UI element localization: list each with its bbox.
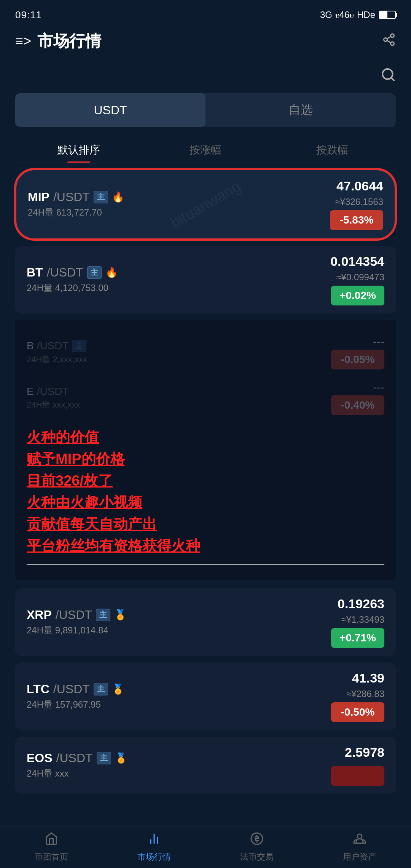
price-ltc: 41.39 (352, 671, 384, 686)
search-area (0, 59, 411, 90)
item-right-mip: 47.0644 ≈¥326.1563 -5.83% (330, 179, 383, 230)
page-title: 市场行情 (37, 30, 101, 52)
price-mip: 47.0644 (336, 179, 383, 193)
price-xrp: 0.19263 (338, 596, 384, 611)
badge-main-ltc: 主 (94, 683, 108, 695)
overlay-line5: 贡献值每天自动产出 (27, 513, 384, 535)
overlay-line2: 赋予MIP的价格 (27, 448, 384, 470)
quote-xrp: /USDT (56, 608, 92, 622)
network-signal: 3G ᵿ46ᵾ HDe (320, 10, 375, 20)
price-eos: 2.5978 (345, 745, 384, 760)
hot-icon-xrp: 🏅 (114, 609, 126, 621)
search-button[interactable] (381, 67, 396, 86)
header-left: ≡> 市场行情 (15, 30, 101, 52)
change-b2: -0.05% (331, 350, 384, 369)
market-item-xrp[interactable]: XRP /USDT 主 🏅 24H量 9,891,014.84 0.19263 … (15, 588, 396, 656)
quote-mip: /USDT (53, 190, 90, 204)
price-bt: 0.014354 (330, 254, 384, 269)
item-left-xrp: XRP /USDT 主 🏅 24H量 9,891,014.84 (27, 608, 331, 636)
nav-assets[interactable]: 用户资产 (308, 826, 411, 868)
pair-bt: BT /USDT 主 🔥 (27, 265, 330, 280)
market-item-bt[interactable]: BT /USDT 主 🔥 24H量 4,120,753.00 0.014354 … (15, 246, 396, 314)
price-cny-bt: ≈¥0.099473 (336, 272, 384, 283)
badge-main-mip: 主 (94, 191, 108, 203)
item-left-mip: MIP /USDT 主 🔥 24H量 613,727.70 (28, 190, 330, 219)
quote-ltc: /USDT (53, 682, 90, 696)
overlay-line4: 火种由火趣小视频 (27, 492, 384, 513)
header: ≡> 市场行情 (0, 27, 411, 59)
nav-fiat[interactable]: 法币交易 (206, 826, 308, 868)
base-bt: BT (27, 265, 43, 280)
status-time: 09:11 (15, 9, 42, 21)
price-cny-mip: ≈¥326.1563 (335, 197, 383, 207)
fiat-icon (250, 832, 264, 849)
hot-icon-bt: 🔥 (105, 267, 118, 278)
blurred-item-e: E /USDT 24H量 xxx,xxx --- -0.40% (27, 377, 384, 419)
change-bt: +0.02% (331, 286, 384, 305)
item-right-bt: 0.014354 ≈¥0.099473 +0.02% (330, 254, 384, 305)
volume-xrp: 24H量 9,891,014.84 (27, 624, 331, 636)
volume-e1: 24H量 xxx,xxx (27, 399, 80, 411)
market-item-ltc[interactable]: LTC /USDT 主 🏅 24H量 157,967.95 41.39 ≈¥28… (15, 662, 396, 731)
volume-eos: 24H量 xxx (27, 767, 331, 780)
battery-icon (379, 11, 396, 19)
change-xrp: +0.71% (331, 628, 384, 648)
share-button[interactable] (382, 33, 396, 50)
badge-main-bt: 主 (87, 266, 102, 279)
market-list: bituanwang MIP /USDT 主 🔥 24H量 613,727.70… (0, 169, 411, 794)
sort-fall[interactable]: 按跌幅 (269, 136, 396, 163)
overlay-line1: 火种的价值 (27, 427, 384, 448)
svg-line-4 (387, 36, 391, 38)
hot-icon-eos: 🏅 (115, 752, 127, 764)
item-right-ltc: 41.39 ≈¥286.83 -0.50% (331, 671, 384, 722)
volume-bt: 24H量 4,120,753.00 (27, 282, 330, 294)
volume-b2: 24H量 2,xxx,xxx (27, 354, 87, 365)
change-e1: -0.40% (331, 395, 384, 415)
sort-default[interactable]: 默认排序 (15, 136, 142, 163)
nav-assets-label: 用户资产 (343, 851, 376, 863)
price-cny-ltc: ≈¥286.83 (346, 689, 384, 699)
change-ltc: -0.50% (331, 702, 384, 722)
pair-ltc: LTC /USDT 主 🏅 (27, 682, 331, 696)
nav-market-label: 市场行情 (137, 851, 171, 863)
badge-b2: 主 (72, 340, 86, 352)
price-cny-xrp: ≈¥1.33493 (341, 614, 384, 625)
item-left-bt: BT /USDT 主 🔥 24H量 4,120,753.00 (27, 265, 330, 294)
item-left-ltc: LTC /USDT 主 🏅 24H量 157,967.95 (27, 682, 331, 711)
blurred-item-b: B /USDT 主 24H量 2,xxx,xxx --- -0.05% (27, 331, 384, 373)
change-eos (331, 766, 384, 786)
status-bar: 09:11 3G ᵿ46ᵾ HDe (0, 0, 411, 27)
hot-icon-ltc: 🏅 (112, 683, 124, 695)
home-icon (45, 832, 58, 849)
overlay-line3: 目前326/枚了 (27, 470, 384, 492)
nav-home-label: 币团首页 (35, 851, 68, 863)
badge-main-xrp: 主 (96, 609, 110, 621)
pair-mip: MIP /USDT 主 🔥 (28, 190, 330, 204)
svg-line-6 (391, 78, 394, 80)
svg-point-11 (357, 834, 362, 839)
tab-usdt[interactable]: USDT (15, 93, 206, 127)
status-right: 3G ᵿ46ᵾ HDe (320, 10, 396, 20)
market-item-mip[interactable]: bituanwang MIP /USDT 主 🔥 24H量 613,727.70… (15, 169, 396, 240)
market-icon (147, 832, 161, 849)
base-mip: MIP (28, 190, 49, 204)
nav-market[interactable]: 市场行情 (103, 826, 206, 868)
nav-home[interactable]: 币团首页 (0, 826, 103, 868)
item-right-xrp: 0.19263 ≈¥1.33493 +0.71% (331, 596, 384, 648)
hot-icon-mip: 🔥 (112, 191, 124, 203)
volume-ltc: 24H量 157,967.95 (27, 699, 331, 711)
tab-custom[interactable]: 自选 (206, 93, 396, 127)
pair-eos: EOS /USDT 主 🏅 (27, 751, 331, 765)
price-e1: --- (331, 381, 384, 394)
market-item-eos[interactable]: EOS /USDT 主 🏅 24H量 xxx 2.5978 (15, 737, 396, 794)
base-xrp: XRP (27, 608, 52, 622)
item-right-eos: 2.5978 (331, 745, 384, 786)
sort-rise[interactable]: 按涨幅 (142, 136, 269, 163)
price-b2: --- (331, 335, 384, 348)
svg-line-3 (387, 40, 391, 43)
nav-fiat-label: 法币交易 (240, 851, 274, 863)
quote-eos: /USDT (56, 751, 93, 765)
menu-button[interactable]: ≡> (15, 33, 31, 49)
volume-mip: 24H量 613,727.70 (28, 206, 330, 219)
change-mip: -5.83% (330, 210, 383, 230)
